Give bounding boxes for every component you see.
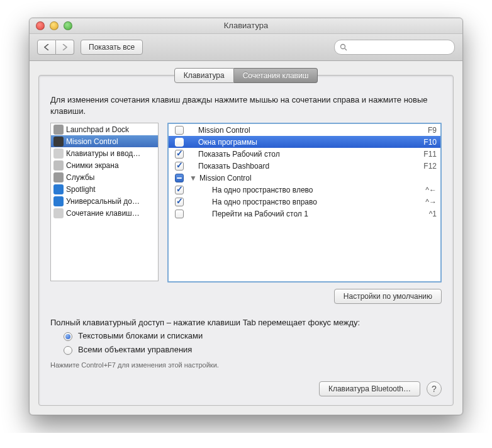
shortcut-key[interactable]: F9 (428, 126, 437, 135)
button-label: Клавиатура Bluetooth… (328, 384, 411, 393)
category-item-keyboard[interactable]: Клавиатуры и ввод… (51, 147, 158, 159)
shortcut-row[interactable]: На одно пространство вправо^→ (169, 196, 440, 208)
back-button[interactable] (37, 40, 56, 55)
shortcut-key[interactable]: F11 (423, 150, 437, 159)
radio-input[interactable] (64, 346, 72, 355)
search-icon (340, 43, 347, 51)
shortcut-key[interactable]: ^→ (425, 198, 437, 206)
close-button[interactable] (36, 21, 45, 30)
shortcut-key[interactable]: F10 (423, 138, 437, 147)
category-item-screenshot[interactable]: Снимки экрана (51, 159, 158, 171)
screenshot-icon (53, 160, 64, 171)
shortcut-list[interactable]: Mission ControlF9Окна программыF10Показа… (167, 123, 442, 283)
services-icon (53, 172, 64, 182)
shortcut-label: Показать Dashboard (189, 162, 420, 171)
shortcut-checkbox[interactable] (175, 174, 184, 182)
launchpad-icon (53, 125, 64, 135)
spotlight-icon (53, 184, 64, 194)
shortcut-row[interactable]: Окна программыF10 (169, 136, 440, 148)
tab-shortcuts[interactable]: Сочетания клавиш (234, 68, 318, 83)
window-title: Клавиатура (224, 21, 268, 30)
category-item-app[interactable]: Сочетание клавиш… (51, 207, 158, 219)
forward-button[interactable] (56, 40, 74, 55)
minimize-button[interactable] (50, 21, 59, 30)
shortcut-checkbox[interactable] (175, 162, 184, 171)
shortcut-checkbox[interactable] (175, 186, 184, 194)
chevron-left-icon (44, 44, 49, 50)
category-label: Mission Control (66, 137, 118, 146)
toolbar: Показать все (30, 34, 462, 61)
traffic-lights (36, 21, 72, 30)
shortcut-label: Перейти на Рабочий стол 1 (189, 210, 425, 218)
category-item-services[interactable]: Службы (51, 171, 158, 183)
shortcut-label: Mission Control (199, 174, 433, 182)
shortcut-row[interactable]: Показать Рабочий столF11 (169, 148, 440, 160)
category-label: Клавиатуры и ввод… (66, 149, 140, 158)
category-item-spotlight[interactable]: Spotlight (51, 183, 158, 195)
radio-input[interactable] (64, 332, 72, 341)
bluetooth-keyboard-button[interactable]: Клавиатура Bluetooth… (319, 381, 420, 396)
disclosure-triangle-icon[interactable]: ▼ (189, 174, 196, 182)
shortcut-row[interactable]: На одно пространство влево^← (169, 184, 440, 196)
shortcut-label: На одно пространство влево (189, 186, 422, 194)
show-all-button[interactable]: Показать все (81, 40, 143, 55)
category-label: Launchpad и Dock (66, 125, 129, 134)
category-label: Spotlight (66, 185, 96, 194)
restore-defaults-button[interactable]: Настройки по умолчанию (334, 289, 442, 304)
app-icon (53, 208, 64, 218)
chevron-right-icon (62, 44, 67, 50)
shortcut-key[interactable]: F12 (423, 162, 437, 171)
radio-label: Всеми объектами управления (78, 345, 192, 354)
shortcut-checkbox[interactable] (175, 210, 184, 218)
tab-bar: Клавиатура Сочетания клавиш (39, 68, 453, 83)
full-keyboard-access-section: Полный клавиатурный доступ – нажатие кла… (50, 318, 442, 369)
shortcut-checkbox[interactable] (175, 126, 184, 135)
category-item-launchpad[interactable]: Launchpad и Dock (51, 123, 158, 135)
footer: Клавиатура Bluetooth… ? (319, 381, 442, 396)
split-panel: Launchpad и DockMission ControlКлавиатур… (50, 123, 442, 283)
shortcut-row[interactable]: Показать DashboardF12 (169, 160, 440, 172)
full-access-hint: Нажмите Control+F7 для изменения этой на… (50, 361, 442, 369)
shortcut-key[interactable]: ^1 (429, 210, 437, 218)
radio-text-only[interactable]: Текстовыми блоками и списками (60, 330, 442, 341)
search-input[interactable] (350, 42, 449, 52)
help-button[interactable]: ? (427, 381, 442, 396)
category-label: Универсальный до… (66, 197, 140, 206)
shortcut-checkbox[interactable] (175, 198, 184, 206)
shortcut-label: На одно пространство вправо (189, 198, 422, 206)
accessibility-icon (53, 196, 64, 206)
category-label: Сочетание клавиш… (66, 209, 140, 218)
category-list[interactable]: Launchpad и DockMission ControlКлавиатур… (50, 123, 159, 281)
tab-label: Сочетания клавиш (243, 71, 309, 80)
category-label: Службы (66, 173, 94, 182)
shortcut-key[interactable]: ^← (425, 186, 437, 194)
show-all-label: Показать все (89, 43, 135, 52)
full-access-heading: Полный клавиатурный доступ – нажатие кла… (50, 318, 442, 327)
shortcut-row[interactable]: Перейти на Рабочий стол 1^1 (169, 208, 440, 220)
preferences-window: Клавиатура Показать все Клавиатура Сочет… (29, 18, 463, 415)
search-field[interactable] (334, 40, 455, 55)
shortcut-checkbox[interactable] (175, 138, 184, 147)
category-item-mission[interactable]: Mission Control (51, 135, 158, 147)
content-panel: Клавиатура Сочетания клавиш Для изменени… (38, 75, 454, 406)
help-icon: ? (432, 384, 437, 394)
titlebar: Клавиатура (30, 18, 462, 34)
category-item-accessibility[interactable]: Универсальный до… (51, 195, 158, 207)
radio-label: Текстовыми блоками и списками (78, 331, 203, 340)
radio-all-controls[interactable]: Всеми объектами управления (60, 344, 442, 355)
shortcut-checkbox[interactable] (175, 150, 184, 159)
shortcut-label: Mission Control (189, 126, 424, 135)
zoom-button[interactable] (64, 21, 72, 30)
svg-point-0 (341, 45, 345, 49)
nav-segment (37, 40, 74, 55)
shortcut-row[interactable]: ▼Mission Control (169, 172, 440, 184)
tab-label: Клавиатура (184, 71, 225, 80)
shortcut-label: Показать Рабочий стол (189, 150, 420, 159)
category-label: Снимки экрана (66, 161, 119, 170)
shortcut-label: Окна программы (189, 138, 420, 147)
instructions-text: Для изменения сочетания клавиш дважды на… (50, 94, 442, 116)
svg-line-1 (345, 48, 347, 50)
keyboard-icon (53, 148, 64, 159)
tab-keyboard[interactable]: Клавиатура (174, 68, 234, 83)
shortcut-row[interactable]: Mission ControlF9 (169, 124, 440, 136)
